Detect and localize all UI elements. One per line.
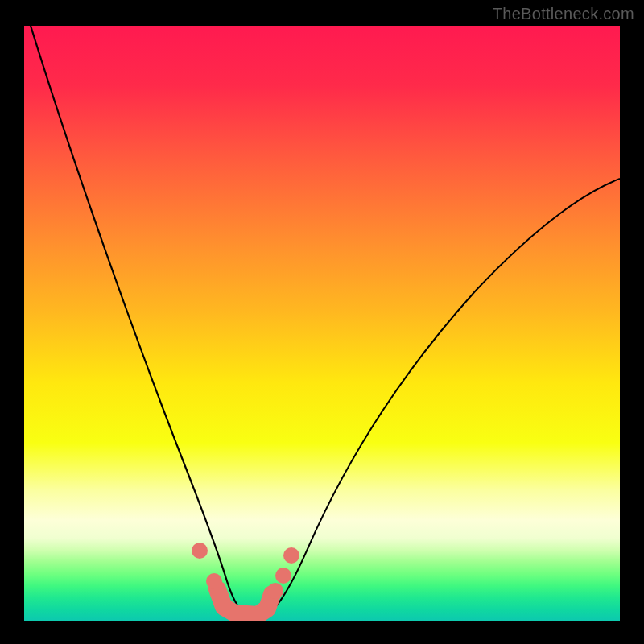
- highlight-dot: [267, 583, 283, 599]
- highlight-dot: [206, 573, 222, 589]
- chart-svg: [24, 26, 620, 621]
- highlight-dot: [283, 547, 299, 564]
- chart-area: [24, 26, 620, 621]
- highlight-dot: [192, 543, 208, 559]
- bottleneck-curve-left: [31, 26, 251, 617]
- bottleneck-curve-right: [264, 179, 620, 617]
- highlight-u-stroke: [217, 589, 272, 615]
- highlight-dot: [275, 568, 291, 584]
- watermark: TheBottleneck.com: [493, 5, 634, 23]
